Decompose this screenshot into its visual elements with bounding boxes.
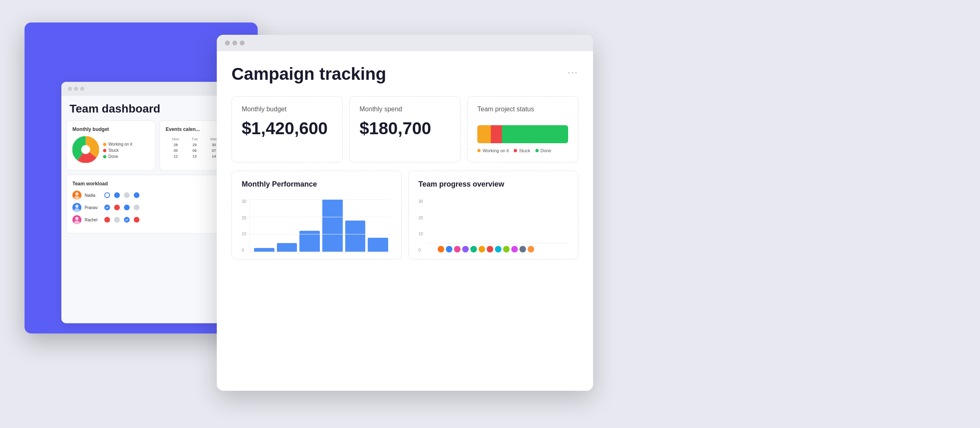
legend-working: Working on it [477, 148, 509, 153]
legend-stuck: Stuck [514, 148, 530, 153]
window-dot-1 [68, 87, 72, 91]
cal-cell has-bar purple-bar: 06 [186, 148, 204, 153]
legend-item-stuck: Stuck [103, 148, 132, 153]
status-dot [124, 205, 130, 210]
bar-segment-stuck [491, 125, 502, 143]
monthly-spend-card: Monthly spend $180,700 [349, 96, 461, 162]
monthly-spend-value: $180,700 [360, 119, 450, 138]
gridline [250, 199, 391, 200]
team-progress-title: Team progress overview [418, 180, 568, 189]
legend-circle-working [477, 149, 481, 152]
workload-name-rachel: Rachel [85, 218, 101, 222]
team-project-label: Team project status [477, 106, 568, 113]
main-header: Campaign tracking ··· [232, 64, 578, 84]
bar-5 [345, 221, 366, 252]
y-label: 20 [418, 216, 423, 220]
avatar-mini-12 [528, 246, 534, 252]
legend-circle-done [535, 149, 539, 152]
window-dots [225, 41, 245, 45]
pranav-status-dots [104, 205, 139, 210]
cal-cell: 28 [166, 142, 186, 148]
td-budget-card: Monthly budget [66, 120, 155, 171]
workload-name-nadia: Nadia [85, 193, 101, 198]
stacked-bars-area [426, 243, 568, 243]
window-dot-3 [80, 87, 84, 91]
avatar-mini-10 [511, 246, 518, 252]
legend-label-stuck: Stuck [519, 148, 530, 153]
svg-point-4 [74, 196, 80, 200]
monthly-budget-card: Monthly budget $1,420,600 [232, 96, 343, 162]
pie-legend: Working on it Stuck Done [103, 142, 132, 159]
legend-dot-working [103, 143, 106, 146]
svg-point-5 [75, 205, 79, 208]
status-dot [134, 192, 139, 198]
avatar-mini-11 [519, 246, 526, 252]
legend-label-done: Done [108, 154, 118, 159]
main-content: Campaign tracking ··· Monthly budget $1,… [217, 51, 593, 273]
window-dot-2 [232, 41, 237, 45]
team-progress-chart: 0 10 20 30 [418, 195, 568, 252]
legend-label-stuck: Stuck [108, 148, 119, 153]
legend-item-done: Done [103, 154, 132, 159]
avatar-mini-5 [470, 246, 477, 252]
monthly-budget-label: Monthly budget [242, 106, 333, 113]
bars-area [249, 199, 391, 252]
avatar-row [426, 246, 568, 252]
y-axis: 0 10 20 30 [242, 199, 246, 252]
status-dot [134, 205, 139, 210]
svg-point-8 [74, 221, 80, 224]
bar-4 [322, 199, 343, 252]
avatar-mini-4 [462, 246, 469, 252]
status-dot [104, 192, 110, 198]
avatar-mini-9 [503, 246, 510, 252]
status-dot [124, 192, 130, 198]
avatar-mini-3 [454, 246, 461, 252]
monthly-budget-value: $1,420,600 [242, 119, 333, 138]
y-label: 0 [242, 248, 246, 252]
y-label: 30 [242, 199, 246, 204]
y-axis-progress: 0 10 20 30 [418, 199, 423, 252]
cal-cell: 12 [166, 153, 186, 159]
status-dot [114, 205, 120, 210]
status-dot [104, 217, 110, 223]
window-dot-3 [240, 41, 245, 45]
y-label: 10 [242, 232, 246, 236]
window-dot-1 [225, 41, 230, 45]
cal-cell: 13 [186, 153, 204, 159]
avatar-pranav [72, 203, 81, 212]
gridline [250, 217, 391, 217]
bar-6 [368, 238, 388, 252]
legend-dot-stuck [103, 149, 106, 152]
monthly-performance-title: Monthly Performance [242, 180, 391, 189]
cal-cell: 05 [166, 148, 186, 153]
avatar-mini-6 [479, 246, 485, 252]
y-label: 0 [418, 248, 423, 252]
workload-name-pranav: Pranav [85, 205, 101, 210]
pie-svg [72, 136, 99, 164]
td-budget-title: Monthly budget [72, 126, 149, 132]
svg-point-7 [75, 217, 79, 220]
status-dot [134, 217, 139, 223]
avatar-rachel [72, 215, 81, 224]
status-dot-check [104, 205, 110, 210]
legend-label-working: Working on it [483, 148, 509, 153]
avatar-mini-2 [446, 246, 452, 252]
bar-2 [277, 243, 297, 252]
legend-label-done: Done [541, 148, 551, 153]
stacked-chart-wrapper [426, 243, 568, 252]
status-dot [114, 217, 120, 223]
monthly-performance-chart: 0 10 20 30 [242, 195, 391, 252]
legend-item-working: Working on it [103, 142, 132, 146]
window-dot-2 [74, 87, 78, 91]
legend-done: Done [535, 148, 551, 153]
svg-point-6 [74, 208, 80, 212]
more-options-button[interactable]: ··· [568, 64, 578, 77]
team-project-status-card: Team project status Working on it Stuck [467, 96, 578, 162]
project-status-legend: Working on it Stuck Done [477, 148, 568, 153]
stat-cards-row: Monthly budget $1,420,600 Monthly spend … [232, 96, 578, 162]
rachel-status-dots [104, 217, 139, 223]
campaign-title: Campaign tracking [232, 64, 386, 84]
cal-cell: 29 [186, 142, 204, 148]
gridline [250, 234, 391, 234]
status-dot-check [124, 217, 130, 223]
